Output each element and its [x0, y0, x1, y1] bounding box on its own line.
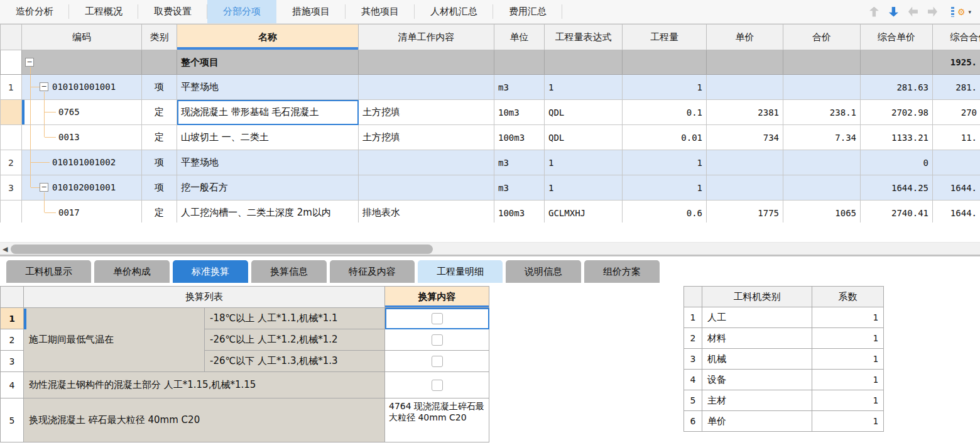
tab-unit-price-composition[interactable]: 单价构成	[94, 260, 170, 283]
col-header-comp-total-price[interactable]: 综合合价	[933, 25, 980, 50]
row-number-cell[interactable]: 2	[1, 329, 24, 351]
col-header-name[interactable]: 名称	[177, 25, 359, 50]
unit-cell[interactable]: 10m3	[494, 100, 545, 125]
tab-quantity-detail[interactable]: 工程量明细	[418, 260, 503, 283]
category-cell[interactable]: 定	[142, 201, 177, 223]
col-header-total-price[interactable]: 合价	[783, 25, 861, 50]
tab-pricing-scheme[interactable]: 组价方案	[584, 260, 660, 283]
tab-project-overview[interactable]: 工程概况	[69, 0, 138, 23]
category-cell[interactable]: 人工	[702, 307, 812, 328]
comp-total-price-cell[interactable]: 1644.	[933, 175, 980, 201]
unit-price-cell[interactable]: 734	[707, 125, 783, 150]
tab-labor-material-summary[interactable]: 人材机汇总	[415, 0, 493, 23]
comp-total-price-cell[interactable]: 270	[933, 100, 980, 125]
collapse-icon[interactable]: −	[40, 183, 48, 192]
comp-unit-price-cell[interactable]: 0	[861, 150, 933, 175]
qty-expr-cell[interactable]: GCLMXHJ	[545, 201, 623, 223]
row-number-cell[interactable]: 1	[1, 75, 22, 100]
coefficient-cell[interactable]: 1	[812, 411, 884, 432]
coefficient-cell[interactable]: 1	[812, 390, 884, 411]
unit-price-cell[interactable]: 2381	[707, 100, 783, 125]
col-header-unit[interactable]: 单位	[494, 25, 545, 50]
qty-expr-cell[interactable]: QDL	[545, 125, 623, 150]
row-number-cell[interactable]: 4	[684, 370, 702, 390]
row-number-cell[interactable]: 2	[1, 150, 22, 175]
qty-cell[interactable]: 1	[623, 75, 707, 100]
name-cell[interactable]: 整个项目	[177, 50, 359, 75]
comp-unit-price-cell[interactable]: 1133.21	[861, 125, 933, 150]
unit-cell[interactable]: m3	[494, 75, 545, 100]
code-cell[interactable]: − 010101001001	[22, 75, 142, 100]
conversion-condition-cell[interactable]: -26℃以上 人工*1.2,机械*1.2	[205, 329, 385, 351]
comp-unit-price-cell[interactable]: 281.63	[861, 75, 933, 100]
tab-subsection-items[interactable]: 分部分项	[207, 0, 276, 23]
row-number-cell[interactable]: 5	[684, 390, 702, 411]
total-price-cell[interactable]: 238.1	[783, 100, 861, 125]
work-content-cell[interactable]	[359, 50, 494, 75]
conversion-condition-cell[interactable]: -26℃以下 人工*1.3,机械*1.3	[205, 351, 385, 372]
qty-expr-cell[interactable]: 1	[545, 175, 623, 201]
col-header-comp-unit-price[interactable]: 综合单价	[861, 25, 933, 50]
move-up-icon[interactable]	[869, 7, 879, 17]
row-number-cell[interactable]: 3	[1, 351, 24, 372]
category-cell[interactable]: 材料	[702, 328, 812, 349]
collapse-icon[interactable]: −	[25, 58, 34, 67]
conversion-content-cell-selected[interactable]	[385, 308, 489, 329]
col-header-conversion-list[interactable]: 换算列表	[24, 287, 385, 308]
comp-unit-price-cell[interactable]	[861, 50, 933, 75]
conversion-condition-cell[interactable]: 换现浇混凝土 碎石最大粒径 40mm C20	[24, 398, 385, 442]
qty-cell[interactable]: 1	[623, 150, 707, 175]
move-right-icon[interactable]	[928, 7, 937, 17]
unit-price-cell[interactable]	[707, 75, 783, 100]
checkbox-icon[interactable]	[432, 356, 443, 367]
row-number-cell[interactable]: 1	[1, 308, 24, 329]
comp-unit-price-cell[interactable]: 2740.41	[861, 201, 933, 223]
code-cell[interactable]: 0765	[22, 100, 142, 125]
name-cell[interactable]: 平整场地	[177, 75, 359, 100]
conversion-content-cell[interactable]	[385, 329, 489, 351]
work-content-cell[interactable]: 土方挖填	[359, 125, 494, 150]
category-cell[interactable]	[142, 50, 177, 75]
corner-header[interactable]	[1, 25, 22, 50]
coefficient-cell[interactable]: 1	[812, 307, 884, 328]
coefficient-cell[interactable]: 1	[812, 328, 884, 349]
col-header-work-content[interactable]: 清单工作内容	[359, 25, 494, 50]
row-number-cell[interactable]: 3	[1, 175, 22, 201]
qty-cell[interactable]: 0.01	[623, 125, 707, 150]
category-cell[interactable]: 单价	[702, 411, 812, 432]
move-down-icon[interactable]	[889, 7, 898, 17]
unit-price-cell[interactable]	[707, 150, 783, 175]
tab-standard-conversion[interactable]: 标准换算	[173, 260, 248, 283]
row-number-cell[interactable]	[1, 125, 22, 150]
unit-cell[interactable]: m3	[494, 150, 545, 175]
row-number-cell[interactable]	[1, 50, 22, 75]
unit-price-cell[interactable]	[707, 50, 783, 75]
name-cell[interactable]: 挖一般石方	[177, 175, 359, 201]
unit-cell[interactable]: 100m3	[494, 125, 545, 150]
row-number-cell[interactable]: 4	[1, 372, 24, 398]
conversion-content-cell[interactable]	[385, 372, 489, 398]
unit-price-cell[interactable]: 1775	[707, 201, 783, 223]
total-price-cell[interactable]	[783, 150, 861, 175]
conversion-group-cell[interactable]: 施工期间最低气温在	[24, 308, 205, 372]
col-header-conversion-content[interactable]: 换算内容	[385, 287, 489, 308]
unit-cell[interactable]	[494, 50, 545, 75]
category-cell[interactable]: 项	[142, 175, 177, 201]
checkbox-icon[interactable]	[432, 380, 443, 391]
tab-measure-items[interactable]: 措施项目	[276, 0, 346, 23]
work-content-cell[interactable]: 排地表水	[359, 201, 494, 223]
comp-total-price-cell[interactable]	[933, 150, 980, 175]
corner-header[interactable]	[684, 287, 702, 307]
unit-cell[interactable]: 100m3	[494, 201, 545, 223]
comp-unit-price-cell[interactable]: 2702.98	[861, 100, 933, 125]
col-header-code[interactable]: 编码	[22, 25, 142, 50]
col-header-unit-price[interactable]: 单价	[707, 25, 783, 50]
qty-cell[interactable]	[623, 50, 707, 75]
col-header-labor-material-category[interactable]: 工料机类别	[702, 287, 812, 307]
tab-fee-settings[interactable]: 取费设置	[138, 0, 207, 23]
tab-other-items[interactable]: 其他项目	[346, 0, 415, 23]
work-content-cell[interactable]	[359, 175, 494, 201]
code-cell[interactable]: 010101001002	[22, 150, 142, 175]
qty-expr-cell[interactable]: QDL	[545, 100, 623, 125]
total-price-cell[interactable]	[783, 75, 861, 100]
